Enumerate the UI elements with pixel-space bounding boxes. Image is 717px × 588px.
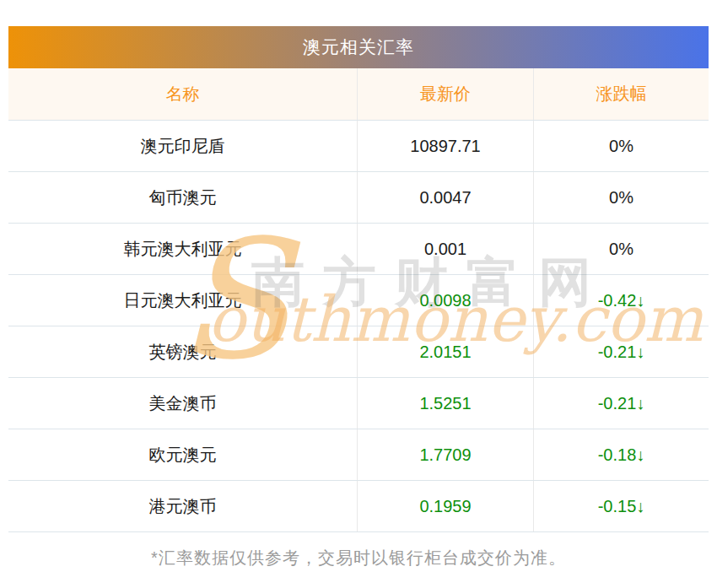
currency-pair-name: 欧元澳元	[8, 429, 357, 480]
change-percent: -0.21↓	[533, 378, 709, 429]
change-percent: 0%	[533, 224, 709, 274]
table-header-row: 名称 最新价 涨跌幅	[8, 68, 709, 121]
table-row: 匈币澳元0.00470%	[8, 172, 709, 224]
table-row: 港元澳币0.1959-0.15↓	[8, 481, 709, 532]
latest-price: 0.1959	[357, 481, 533, 531]
table-row: 欧元澳元1.7709-0.18↓	[8, 429, 709, 481]
column-header-name: 名称	[8, 68, 357, 120]
change-percent: -0.18↓	[533, 429, 709, 480]
table-row: 澳元印尼盾10897.710%	[8, 121, 709, 172]
currency-pair-name: 韩元澳大利亚元	[8, 224, 357, 274]
change-percent: -0.15↓	[533, 481, 709, 531]
latest-price: 2.0151	[357, 326, 533, 377]
card-title: 澳元相关汇率	[303, 35, 414, 59]
latest-price: 10897.71	[357, 121, 533, 171]
latest-price: 0.001	[357, 224, 533, 274]
change-percent: -0.21↓	[533, 326, 709, 377]
currency-pair-name: 英镑澳元	[8, 326, 357, 377]
exchange-rate-card: 澳元相关汇率 名称 最新价 涨跌幅 澳元印尼盾10897.710%匈币澳元0.0…	[8, 26, 709, 532]
latest-price: 1.7709	[357, 429, 533, 480]
latest-price: 1.5251	[357, 378, 533, 429]
card-title-bar: 澳元相关汇率	[8, 26, 709, 68]
currency-pair-name: 匈币澳元	[8, 172, 357, 223]
currency-pair-name: 澳元印尼盾	[8, 121, 357, 171]
table-row: 英镑澳元2.0151-0.21↓	[8, 326, 709, 378]
change-percent: -0.42↓	[533, 275, 709, 326]
table-row: 日元澳大利亚元0.0098-0.42↓	[8, 275, 709, 326]
latest-price: 0.0047	[357, 172, 533, 223]
change-percent: 0%	[533, 172, 709, 223]
table-row: 韩元澳大利亚元0.0010%	[8, 224, 709, 275]
currency-pair-name: 美金澳币	[8, 378, 357, 429]
column-header-latest-price: 最新价	[357, 68, 533, 120]
disclaimer-text: *汇率数据仅供参考，交易时以银行柜台成交价为准。	[0, 547, 717, 569]
latest-price: 0.0098	[357, 275, 533, 326]
column-header-change-percent: 涨跌幅	[533, 68, 709, 120]
table-body: 澳元印尼盾10897.710%匈币澳元0.00470%韩元澳大利亚元0.0010…	[8, 121, 709, 532]
currency-pair-name: 港元澳币	[8, 481, 357, 531]
currency-pair-name: 日元澳大利亚元	[8, 275, 357, 326]
table-row: 美金澳币1.5251-0.21↓	[8, 378, 709, 429]
change-percent: 0%	[533, 121, 709, 171]
